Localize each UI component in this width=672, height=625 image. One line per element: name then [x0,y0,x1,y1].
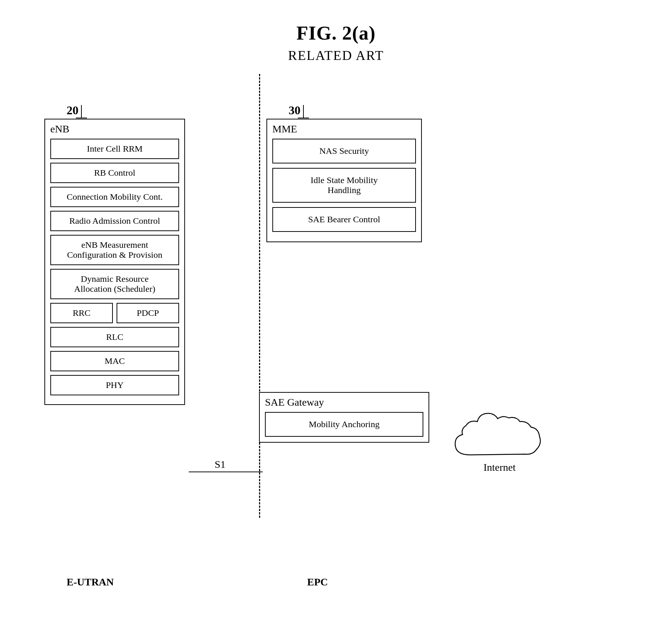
dashed-divider [259,74,260,518]
enb-number-arrow [76,105,87,120]
enb-item-dynamic-resource: Dynamic ResourceAllocation (Scheduler) [50,269,179,299]
enb-rrc-pdcp-row: RRC PDCP [50,303,179,323]
enb-item-mac: MAC [50,351,179,371]
mme-box-label: MME [272,123,416,135]
bottom-label-epc: EPC [307,576,328,588]
enb-item-connection-mobility: Connection Mobility Cont. [50,187,179,207]
cloud-svg [448,396,551,470]
mme-outer-box: MME NAS Security Idle State MobilityHand… [266,119,422,242]
s1-line-group: S1 [189,472,263,472]
internet-label: Internet [448,462,551,473]
sae-gw-container: SAE Gateway Mobility Anchoring [259,392,429,443]
mme-number-arrow [298,105,309,120]
internet-cloud: Internet [448,396,551,477]
bottom-label-eutran: E-UTRAN [67,576,114,588]
s1-label: S1 [215,459,226,470]
s1-line [189,472,263,472]
mme-container: 30 MME NAS Security Idle State MobilityH… [266,104,422,242]
enb-container: 20 eNB Inter Cell RRM RB Control Connect… [44,104,185,405]
fig-subtitle: RELATED ART [0,48,672,63]
sae-gw-item-mobility-anchoring: Mobility Anchoring [265,412,423,437]
enb-item-rlc: RLC [50,327,179,347]
page-header: FIG. 2(a) RELATED ART [0,0,672,63]
enb-item-radio-admission: Radio Admission Control [50,211,179,231]
enb-item-rrc: RRC [50,303,113,323]
mme-item-sae-bearer: SAE Bearer Control [272,207,416,232]
sae-gw-outer-box: SAE Gateway Mobility Anchoring [259,392,429,443]
enb-item-rb-control: RB Control [50,163,179,183]
mme-item-nas-security: NAS Security [272,139,416,163]
enb-item-inter-cell-rrm: Inter Cell RRM [50,139,179,159]
enb-outer-box: eNB Inter Cell RRM RB Control Connection… [44,119,185,405]
enb-item-enb-measurement: eNB MeasurementConfiguration & Provision [50,235,179,265]
fig-title: FIG. 2(a) [0,22,672,44]
enb-item-pdcp: PDCP [117,303,179,323]
diagram-area: 20 eNB Inter Cell RRM RB Control Connect… [30,74,642,588]
enb-item-phy: PHY [50,375,179,395]
sae-gw-label: SAE Gateway [265,396,423,408]
enb-box-label: eNB [50,123,179,135]
mme-item-idle-state: Idle State MobilityHandling [272,168,416,203]
